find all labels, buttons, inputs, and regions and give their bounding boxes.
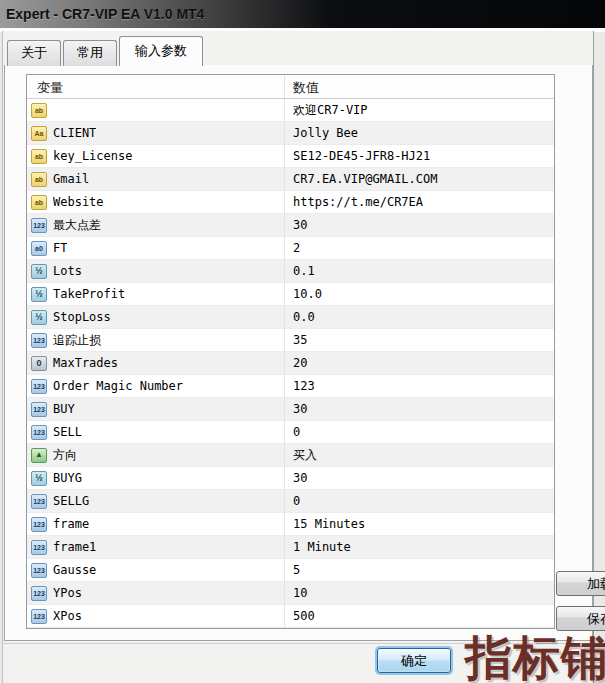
table-row[interactable]: 123BUY30 <box>27 398 554 421</box>
footer-divider <box>2 643 594 644</box>
table-row[interactable]: ½Lots0.1 <box>27 260 554 283</box>
param-type-int-icon: 123 <box>31 540 47 555</box>
table-row[interactable]: 123XPos500 <box>27 605 554 628</box>
param-type-str-icon: ab <box>31 195 47 210</box>
table-row[interactable]: 123追踪止损35 <box>27 329 554 352</box>
value-cell[interactable]: 20 <box>285 356 554 370</box>
value-cell[interactable]: 0.0 <box>285 310 554 324</box>
table-row[interactable]: ▲方向买入 <box>27 444 554 467</box>
value-cell[interactable]: 欢迎CR7-VIP <box>285 102 554 119</box>
variable-cell: ½TakeProfit <box>27 283 285 305</box>
ok-button[interactable]: 确定 <box>377 648 451 673</box>
param-type-int-icon: 123 <box>31 586 47 601</box>
table-row[interactable]: a0FT2 <box>27 237 554 260</box>
variable-cell: 123Order Magic Number <box>27 375 285 397</box>
param-type-int-icon: 123 <box>31 402 47 417</box>
value-cell[interactable]: 500 <box>285 609 554 623</box>
table-row[interactable]: 123Order Magic Number123 <box>27 375 554 398</box>
param-type-str-icon: Aa <box>31 126 47 141</box>
table-row[interactable]: 123YPos10 <box>27 582 554 605</box>
value-cell[interactable]: SE12-DE45-JFR8-HJ21 <box>285 149 554 163</box>
variable-name: XPos <box>53 609 82 623</box>
param-type-str-icon: ab <box>31 172 47 187</box>
value-cell[interactable]: 30 <box>285 402 554 416</box>
tab-about[interactable]: 关于 <box>7 40 61 66</box>
value-cell[interactable]: Jolly Bee <box>285 126 554 140</box>
variable-cell: 123SELL <box>27 421 285 443</box>
variable-name: Gmail <box>53 172 89 186</box>
column-header-value[interactable]: 数值 <box>285 75 554 98</box>
table-row[interactable]: 0MaxTrades20 <box>27 352 554 375</box>
variable-name: Website <box>53 195 104 209</box>
table-row[interactable]: 123最大点差30 <box>27 214 554 237</box>
variable-name: 追踪止损 <box>53 332 101 349</box>
table-row[interactable]: 123frame11 Minute <box>27 536 554 559</box>
table-row[interactable]: 123SELL0 <box>27 421 554 444</box>
param-type-bool-icon: ▲ <box>31 448 47 463</box>
variable-cell: 123YPos <box>27 582 285 604</box>
variable-name: StopLoss <box>53 310 111 324</box>
table-row[interactable]: 123Gausse5 <box>27 559 554 582</box>
value-cell[interactable]: CR7.EA.VIP@GMAIL.COM <box>285 172 554 186</box>
tab-strip: 关于 常用 输入参数 <box>7 37 591 66</box>
table-row[interactable]: abGmailCR7.EA.VIP@GMAIL.COM <box>27 168 554 191</box>
table-row[interactable]: 123frame15 Minutes <box>27 513 554 536</box>
variable-cell: abkey_License <box>27 145 285 167</box>
variable-cell: ab <box>27 99 285 121</box>
tab-input-parameters[interactable]: 输入参数 <box>119 36 203 66</box>
variable-name: BUY <box>53 402 75 416</box>
variable-cell: 123Gausse <box>27 559 285 581</box>
param-type-str-icon: ab <box>31 149 47 164</box>
table-row[interactable]: ½BUYG30 <box>27 467 554 490</box>
value-cell[interactable]: 10 <box>285 586 554 600</box>
param-type-int-icon: 123 <box>31 379 47 394</box>
param-type-dbl-icon: ½ <box>31 287 47 302</box>
table-header: 变量 数值 <box>27 75 554 99</box>
save-button[interactable]: 保存 <box>556 606 605 631</box>
load-button[interactable]: 加载 <box>556 571 605 596</box>
tab-common[interactable]: 常用 <box>63 40 117 66</box>
param-type-dbl-icon: ½ <box>31 310 47 325</box>
ea-settings-window: Expert - CR7-VIP EA V1.0 MT4 关于 常用 输入参数 … <box>0 0 605 683</box>
param-type-int-icon: 123 <box>31 425 47 440</box>
variable-name: frame1 <box>53 540 96 554</box>
value-cell[interactable]: 1 Minute <box>285 540 554 554</box>
variable-name: 最大点差 <box>53 217 101 234</box>
param-type-int-icon: a0 <box>31 241 47 256</box>
variable-cell: 123SELLG <box>27 490 285 512</box>
variable-cell: 123最大点差 <box>27 214 285 236</box>
table-row[interactable]: ½TakeProfit10.0 <box>27 283 554 306</box>
table-row[interactable]: abkey_LicenseSE12-DE45-JFR8-HJ21 <box>27 145 554 168</box>
value-cell[interactable]: 5 <box>285 563 554 577</box>
value-cell[interactable]: 35 <box>285 333 554 347</box>
variable-name: key_License <box>53 149 132 163</box>
param-type-int-icon: 123 <box>31 494 47 509</box>
value-cell[interactable]: 15 Minutes <box>285 517 554 531</box>
variable-name: Gausse <box>53 563 96 577</box>
variable-name: frame <box>53 517 89 531</box>
variable-cell: ½Lots <box>27 260 285 282</box>
titlebar[interactable]: Expert - CR7-VIP EA V1.0 MT4 <box>0 0 605 28</box>
value-cell[interactable]: 123 <box>285 379 554 393</box>
variable-name: FT <box>53 241 67 255</box>
table-row[interactable]: ½StopLoss0.0 <box>27 306 554 329</box>
value-cell[interactable]: 买入 <box>285 447 554 464</box>
table-row[interactable]: ab欢迎CR7-VIP <box>27 99 554 122</box>
table-row[interactable]: AaCLIENTJolly Bee <box>27 122 554 145</box>
value-cell[interactable]: 30 <box>285 218 554 232</box>
variable-cell: ½StopLoss <box>27 306 285 328</box>
value-cell[interactable]: 30 <box>285 471 554 485</box>
param-type-int-icon: 123 <box>31 218 47 233</box>
value-cell[interactable]: 0 <box>285 494 554 508</box>
param-type-gray-icon: 0 <box>31 356 47 371</box>
table-row[interactable]: abWebsitehttps://t.me/CR7EA <box>27 191 554 214</box>
value-cell[interactable]: https://t.me/CR7EA <box>285 195 554 209</box>
column-header-variable[interactable]: 变量 <box>27 75 285 98</box>
value-cell[interactable]: 0 <box>285 425 554 439</box>
value-cell[interactable]: 0.1 <box>285 264 554 278</box>
window-title: Expert - CR7-VIP EA V1.0 MT4 <box>6 6 204 22</box>
table-row[interactable]: 123SELLG0 <box>27 490 554 513</box>
value-cell[interactable]: 2 <box>285 241 554 255</box>
value-cell[interactable]: 10.0 <box>285 287 554 301</box>
variable-cell: 123frame1 <box>27 536 285 558</box>
